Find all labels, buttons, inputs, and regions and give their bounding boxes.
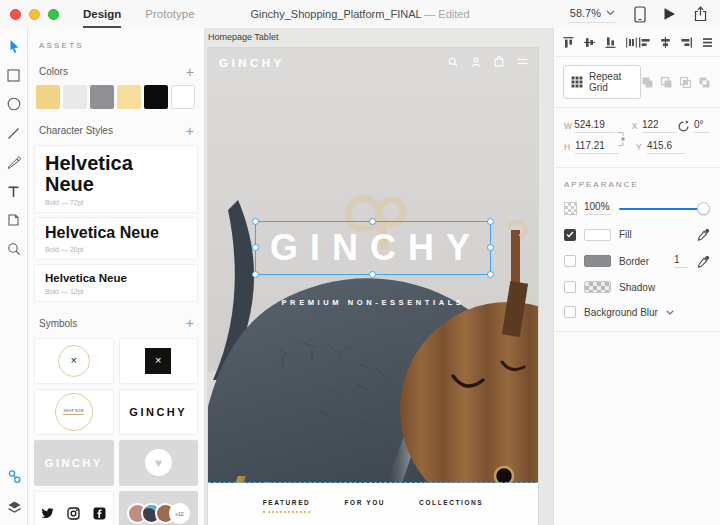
lock-link-icon[interactable] xyxy=(616,131,626,147)
add-symbol-button[interactable]: + xyxy=(186,318,194,328)
chevron-down-icon[interactable] xyxy=(666,310,674,315)
boolean-intersect-icon[interactable] xyxy=(679,76,692,89)
nav-item-for-you[interactable]: FOR YOU xyxy=(344,499,385,506)
border-color-swatch[interactable] xyxy=(584,255,611,267)
fullscreen-window-button[interactable] xyxy=(48,9,59,20)
align-right-icon[interactable] xyxy=(680,36,693,49)
selection-handle[interactable] xyxy=(487,218,494,225)
repeat-grid-button[interactable]: Repeat Grid xyxy=(563,65,641,99)
selection-handle[interactable] xyxy=(252,244,259,251)
selection-handle[interactable] xyxy=(369,218,376,225)
tab-design[interactable]: Design xyxy=(83,0,121,28)
character-style-item[interactable]: Helvetica Neue Bold — 72pt xyxy=(34,145,198,213)
nav-item-featured[interactable]: FEATURED xyxy=(263,499,311,506)
minimize-window-button[interactable] xyxy=(29,9,40,20)
horizontal-align-group xyxy=(638,36,714,49)
selection-bounding-box[interactable] xyxy=(255,221,491,275)
color-swatch[interactable] xyxy=(117,85,141,109)
user-icon[interactable] xyxy=(471,57,481,67)
selection-handle[interactable] xyxy=(369,271,376,278)
add-color-button[interactable]: + xyxy=(186,67,194,77)
symbol-avatar-group[interactable]: +12 xyxy=(119,491,199,525)
share-icon[interactable] xyxy=(693,6,708,22)
fill-color-swatch[interactable] xyxy=(584,229,611,241)
site-logo[interactable]: GINCHY xyxy=(219,57,285,69)
width-input[interactable]: 524.19 xyxy=(574,119,615,133)
xd-application-window: Design Prototype Ginchy_Shopping_Platfor… xyxy=(0,0,720,525)
text-tool-icon[interactable] xyxy=(6,183,22,199)
align-top-icon[interactable] xyxy=(562,36,575,49)
align-bottom-icon[interactable] xyxy=(604,36,617,49)
distribute-horizontal-icon[interactable] xyxy=(625,36,638,49)
artboard-label[interactable]: Homepage Tablet xyxy=(208,32,278,42)
ellipse-tool-icon[interactable] xyxy=(6,96,22,112)
bag-icon[interactable] xyxy=(494,56,504,67)
align-horizontal-center-icon[interactable] xyxy=(659,36,672,49)
shadow-checkbox[interactable] xyxy=(564,281,576,293)
eyedropper-icon[interactable] xyxy=(697,255,710,268)
border-width-input[interactable]: 1 xyxy=(674,254,688,268)
color-swatch[interactable] xyxy=(90,85,114,109)
rotation-control: 0° xyxy=(677,119,710,133)
x-input[interactable]: 122 xyxy=(642,119,677,133)
align-vertical-center-icon[interactable] xyxy=(583,36,596,49)
hero-subtitle-text[interactable]: PREMIUM NON-ESSENTIALS xyxy=(282,298,465,307)
boolean-union-icon[interactable] xyxy=(641,76,654,89)
color-swatch[interactable] xyxy=(63,85,87,109)
rotate-icon xyxy=(677,120,690,133)
character-style-item[interactable]: Helvetica Neue Bold — 20pt xyxy=(34,217,198,260)
pen-tool-icon[interactable] xyxy=(6,154,22,170)
symbol-ginchy-logo-light[interactable]: GINCHY xyxy=(34,440,114,486)
artboard-tool-icon[interactable] xyxy=(6,212,22,228)
character-style-item[interactable]: Helvetica Neue Bold — 12pt xyxy=(34,264,198,302)
nav-item-collections[interactable]: COLLECTIONS xyxy=(419,499,483,506)
color-swatch[interactable] xyxy=(171,85,195,109)
distribute-vertical-icon[interactable] xyxy=(701,36,714,49)
close-window-button[interactable] xyxy=(10,9,21,20)
artboard-homepage-tablet[interactable]: GINCHY GINCHY PREMIUM NON-ESSENTIALS xyxy=(208,48,538,525)
opacity-slider-knob[interactable] xyxy=(697,202,710,215)
opacity-slider[interactable] xyxy=(619,202,710,215)
symbol-ginchy-logo-dark[interactable]: GINCHY xyxy=(119,389,199,435)
background-blur-checkbox[interactable] xyxy=(564,306,576,318)
add-character-style-button[interactable]: + xyxy=(186,126,194,136)
tool-rail xyxy=(0,28,28,525)
symbol-social-icons[interactable] xyxy=(34,491,114,525)
symbol-close-circle[interactable]: × xyxy=(34,338,114,384)
symbol-close-square[interactable]: × xyxy=(119,338,199,384)
canvas-pasteboard[interactable]: Homepage Tablet xyxy=(205,28,553,525)
rectangle-tool-icon[interactable] xyxy=(6,67,22,83)
opacity-input[interactable]: 100% xyxy=(584,201,612,215)
symbol-shop-now-badge[interactable]: SHOP NOW xyxy=(34,389,114,435)
height-input[interactable]: 117.21 xyxy=(575,140,619,154)
color-swatch[interactable] xyxy=(144,85,168,109)
device-preview-icon[interactable] xyxy=(634,6,646,23)
assets-icon[interactable] xyxy=(6,468,22,484)
rotation-input[interactable]: 0° xyxy=(694,119,710,133)
boolean-subtract-icon[interactable] xyxy=(660,76,673,89)
border-checkbox[interactable] xyxy=(564,255,576,267)
eyedropper-icon[interactable] xyxy=(697,228,710,241)
search-icon[interactable] xyxy=(448,57,458,67)
window-controls xyxy=(10,9,59,20)
menu-icon[interactable] xyxy=(517,58,528,65)
select-tool-icon[interactable] xyxy=(6,38,22,54)
selection-handle[interactable] xyxy=(252,218,259,225)
play-icon[interactable] xyxy=(663,7,676,21)
tab-prototype[interactable]: Prototype xyxy=(145,0,194,28)
zoom-level-control[interactable]: 58.7% xyxy=(568,5,617,23)
fill-checkbox[interactable] xyxy=(564,229,576,241)
shadow-swatch[interactable] xyxy=(584,281,611,293)
y-input[interactable]: 415.6 xyxy=(647,140,685,154)
layers-icon[interactable] xyxy=(6,499,22,515)
zoom-tool-icon[interactable] xyxy=(6,241,22,257)
selection-handle[interactable] xyxy=(487,244,494,251)
selection-handle[interactable] xyxy=(252,271,259,278)
selection-handle[interactable] xyxy=(487,271,494,278)
avatar-cluster: +12 xyxy=(127,503,190,524)
color-swatch[interactable] xyxy=(36,85,60,109)
boolean-exclude-icon[interactable] xyxy=(698,76,711,89)
align-left-icon[interactable] xyxy=(638,36,651,49)
symbol-favorite-button[interactable]: ♥ xyxy=(119,440,199,486)
line-tool-icon[interactable] xyxy=(6,125,22,141)
